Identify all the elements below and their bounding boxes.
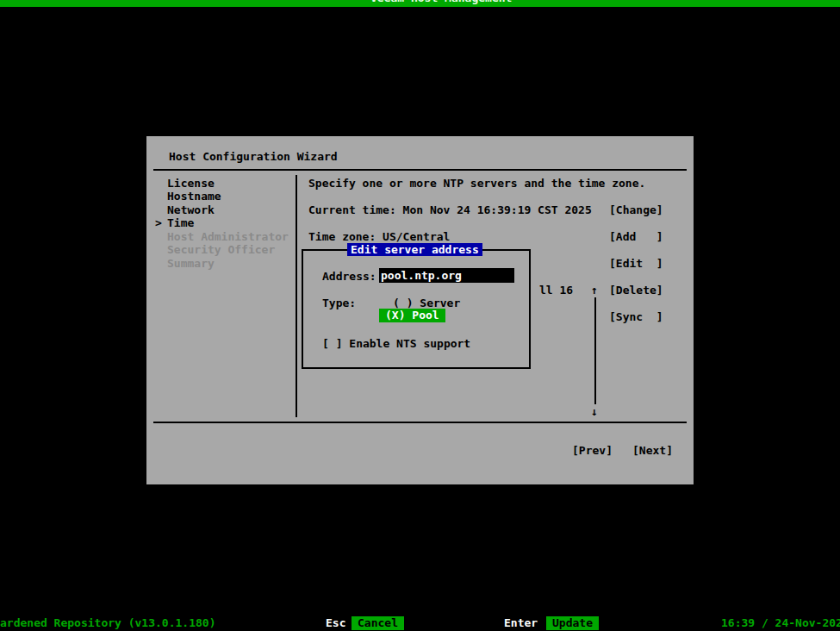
footer-divider — [153, 422, 687, 423]
sidebar-item-summary: Summary — [167, 257, 215, 270]
wizard-title: Host Configuration Wizard — [169, 150, 338, 163]
sidebar-item-hostname[interactable]: Hostname — [167, 190, 221, 203]
bottom-status-bar: ardened Repository (v13.0.1.180) Esc Can… — [0, 615, 840, 631]
change-button[interactable]: [Change] — [609, 203, 663, 216]
server-list-row-fragment[interactable]: ll 16 — [539, 284, 573, 297]
type-radio-pool[interactable]: (X) Pool — [379, 309, 445, 322]
edit-button[interactable]: [Edit ] — [609, 257, 663, 270]
update-action-badge[interactable]: Update — [546, 616, 599, 630]
esc-key-hint: Esc — [326, 616, 345, 630]
sidebar-item-time[interactable]: Time — [167, 216, 194, 229]
host-configuration-wizard-dialog: Host Configuration Wizard > License Host… — [146, 136, 694, 484]
cancel-action-badge[interactable]: Cancel — [352, 616, 404, 630]
address-label: Address: — [322, 270, 376, 283]
scroll-down-arrow-icon[interactable]: ↓ — [591, 405, 605, 418]
console-screen: Veeam Host Management Host Configuration… — [0, 0, 840, 631]
product-version-text: ardened Repository (v13.0.1.180) — [0, 616, 215, 630]
sidebar-divider — [296, 175, 297, 417]
current-time-text: Current time: Mon Nov 24 16:39:19 CST 20… — [308, 203, 592, 216]
type-radio-server[interactable]: ( ) Server — [393, 297, 460, 309]
sidebar-item-security-officer: Security Officer — [167, 243, 275, 256]
instruction-text: Specify one or more NTP servers and the … — [308, 177, 645, 190]
sync-button[interactable]: [Sync ] — [609, 310, 663, 323]
enter-key-hint: Enter — [504, 616, 538, 630]
address-input[interactable]: pool.ntp.org — [379, 268, 514, 283]
top-title-text: Veeam Host Management — [370, 0, 512, 4]
time-zone-text: Time zone: US/Central — [308, 230, 450, 243]
type-label: Type: — [322, 297, 356, 309]
next-button[interactable]: [Next] — [632, 444, 673, 457]
scrollbar-track[interactable] — [594, 297, 596, 404]
clock-text: 16:39 / 24-Nov-202 — [721, 616, 840, 630]
scroll-up-arrow-icon[interactable]: ↑ — [591, 284, 605, 297]
add-button[interactable]: [Add ] — [609, 230, 663, 243]
top-title-bar: Veeam Host Management — [0, 0, 840, 7]
selected-step-marker: > — [155, 216, 162, 229]
sidebar-item-host-administrator: Host Administrator — [167, 230, 289, 243]
sidebar-item-network[interactable]: Network — [167, 203, 215, 216]
title-divider — [153, 169, 687, 171]
edit-dialog-title: Edit server address — [347, 243, 482, 256]
delete-button[interactable]: [Delete] — [609, 284, 663, 297]
prev-button[interactable]: [Prev] — [572, 444, 613, 457]
enable-nts-checkbox[interactable]: [ ] Enable NTS support — [322, 337, 470, 350]
sidebar-item-license[interactable]: License — [167, 177, 215, 190]
